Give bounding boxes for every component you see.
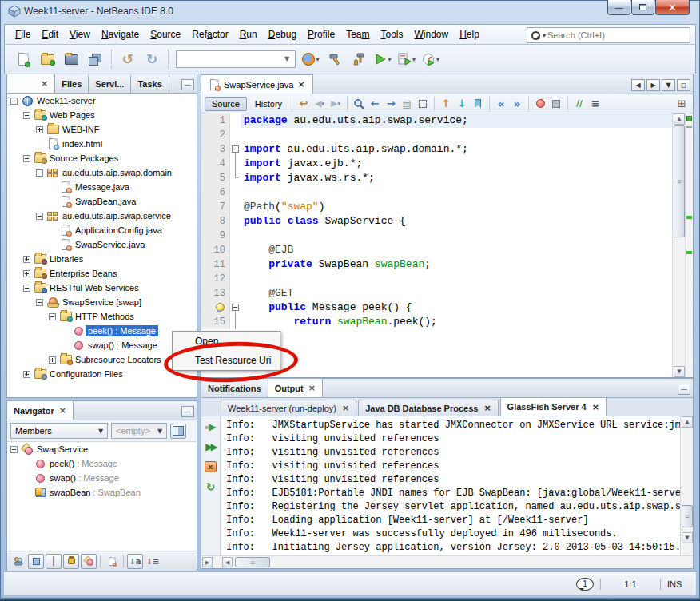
search-dropdown-icon[interactable]: ▾ bbox=[543, 32, 546, 39]
scroll-up-icon[interactable]: ▲ bbox=[674, 113, 685, 125]
new-project-button[interactable] bbox=[36, 48, 58, 70]
tree-item-configuration-files[interactable]: Configuration Files bbox=[7, 367, 197, 381]
server-start-button[interactable]: ■▶ bbox=[204, 420, 218, 434]
find-button[interactable] bbox=[351, 96, 367, 112]
open-project-button[interactable] bbox=[60, 48, 82, 70]
expand-icon[interactable] bbox=[20, 371, 33, 378]
tree-item-swap[interactable]: swap() : Message bbox=[7, 471, 197, 485]
build-button[interactable] bbox=[324, 48, 346, 70]
tree-item-web-inf[interactable]: WEB-INF bbox=[7, 122, 197, 137]
quick-search[interactable]: ▾ bbox=[527, 27, 690, 43]
macro-record-button[interactable] bbox=[532, 96, 548, 112]
output-log[interactable]: Info: JMXStartupService has started JMXC… bbox=[221, 416, 680, 555]
menu-tools[interactable]: Tools bbox=[375, 26, 408, 42]
configuration-combo[interactable]: ▼ bbox=[176, 50, 296, 68]
collapse-icon[interactable] bbox=[20, 112, 33, 119]
sort-source-button[interactable]: ↓≡ bbox=[145, 554, 161, 569]
tree-item-peek[interactable]: peek() : Message bbox=[7, 456, 197, 471]
source-view-button[interactable]: Source bbox=[205, 97, 247, 111]
bookmark-prev-button[interactable]: ↑ bbox=[438, 96, 454, 112]
editor-vscrollbar[interactable]: ▲ ▼ bbox=[672, 113, 685, 377]
code-line-2[interactable]: 2 bbox=[201, 128, 672, 142]
output-hscrollbar[interactable]: ◀ ▶ bbox=[201, 555, 693, 568]
collapse-icon[interactable] bbox=[20, 285, 33, 292]
tree-item-http-methods[interactable]: HTTP Methods bbox=[7, 309, 197, 324]
tab-projects[interactable]: × bbox=[7, 74, 55, 93]
tree-item-enterprise-beans[interactable]: Enterprise Beans bbox=[7, 266, 197, 281]
tree-item-swap-message[interactable]: swap() : Message bbox=[7, 338, 197, 352]
debug-button[interactable]: ▾ bbox=[396, 48, 418, 70]
collapse-icon[interactable] bbox=[7, 98, 20, 105]
tab-navigator[interactable]: Navigator × bbox=[7, 400, 74, 420]
tree-item-source-packages[interactable]: Source Packages bbox=[7, 151, 197, 165]
menu-file[interactable]: File bbox=[10, 26, 36, 42]
menu-navigate[interactable]: Navigate bbox=[96, 26, 145, 42]
scroll-left-icon[interactable]: ◀ bbox=[222, 557, 233, 567]
expand-icon[interactable] bbox=[20, 270, 33, 277]
scroll-thumb[interactable] bbox=[682, 505, 693, 527]
tree-item-swapservice[interactable]: SwapService bbox=[7, 442, 197, 456]
titlebar[interactable]: Week11-server - NetBeans IDE 8.0 — ✕ bbox=[0, 0, 700, 24]
restore-button[interactable] bbox=[631, 0, 654, 15]
browser-button[interactable]: ▾ bbox=[300, 48, 322, 70]
code-line-12[interactable]: 12 bbox=[201, 272, 672, 286]
save-all-button[interactable] bbox=[84, 48, 106, 70]
output-tab-glassfish-server-4[interactable]: GlassFish Server 4× bbox=[500, 397, 607, 416]
run-button[interactable]: ▾ bbox=[372, 48, 394, 70]
show-other-button[interactable] bbox=[81, 554, 97, 569]
tab-notifications[interactable]: Notifications bbox=[201, 380, 268, 397]
code-line-11[interactable]: 11 private SwapBean swapBean; bbox=[201, 257, 672, 272]
code-line-7[interactable]: 7@Path("swap") bbox=[201, 200, 672, 214]
collapse-icon[interactable] bbox=[7, 446, 20, 453]
forward-button[interactable]: ▶▾ bbox=[328, 96, 344, 112]
show-statics-button[interactable]: | bbox=[46, 554, 62, 569]
show-inherited-button[interactable] bbox=[10, 554, 26, 569]
new-file-button[interactable] bbox=[12, 48, 34, 70]
find-prev-button[interactable]: ← bbox=[367, 96, 383, 112]
close-icon[interactable]: × bbox=[59, 405, 66, 416]
collapse-icon[interactable] bbox=[20, 155, 33, 162]
context-menu-item-test-resource-uri[interactable]: Test Resource Uri bbox=[173, 351, 280, 370]
comment-button[interactable]: // bbox=[571, 96, 587, 112]
server-stop-button[interactable]: x bbox=[204, 460, 218, 474]
tree-item-applicationconfig-java[interactable]: ApplicationConfig.java bbox=[7, 223, 197, 237]
tree-item-restful-web-services[interactable]: RESTful Web Services bbox=[7, 281, 197, 295]
output-tab-java-db-database-process[interactable]: Java DB Database Process× bbox=[358, 400, 498, 416]
tree-item-au-edu-uts-aip-swap-service[interactable]: au.edu.uts.aip.swap.service bbox=[7, 209, 197, 223]
back-button[interactable]: ◀▾ bbox=[312, 96, 328, 112]
close-icon[interactable]: × bbox=[592, 402, 599, 412]
highlight-button[interactable]: ▤ bbox=[399, 96, 415, 112]
tab-files[interactable]: Files bbox=[55, 75, 89, 93]
tab-services[interactable]: Servi... bbox=[89, 75, 131, 93]
minimize-panel-button[interactable]: — bbox=[678, 384, 690, 395]
bookmark-toggle-button[interactable] bbox=[470, 96, 486, 112]
tree-item-message-java[interactable]: Message.java bbox=[7, 180, 197, 194]
menu-profile[interactable]: Profile bbox=[302, 26, 340, 42]
scroll-thumb[interactable] bbox=[235, 557, 270, 567]
code-line-13[interactable]: 13 @GET bbox=[201, 286, 672, 300]
collapse-icon[interactable] bbox=[46, 313, 58, 320]
code-line-6[interactable]: 6 bbox=[201, 185, 672, 200]
tab-tasks[interactable]: Tasks bbox=[131, 75, 169, 93]
scroll-down-icon[interactable]: ▼ bbox=[682, 532, 693, 543]
shift-right-button[interactable]: » bbox=[509, 96, 525, 112]
tab-output[interactable]: Output× bbox=[268, 378, 323, 397]
minimize-button[interactable]: — bbox=[607, 0, 630, 15]
menu-refactor[interactable]: Refactor bbox=[186, 26, 233, 42]
history-view-button[interactable]: History bbox=[249, 98, 288, 110]
bookmark-next-button[interactable]: ↓ bbox=[454, 96, 470, 112]
tree-item-swapbean-java[interactable]: SwapBean.java bbox=[7, 194, 197, 209]
code-line-8[interactable]: 8public class SwapService { bbox=[201, 214, 672, 229]
minimize-panel-button[interactable]: — bbox=[181, 79, 194, 90]
redo-button[interactable]: ↻ bbox=[141, 48, 163, 70]
server-refresh-button[interactable]: ↻ bbox=[204, 480, 218, 494]
close-icon[interactable]: × bbox=[483, 403, 491, 413]
output-vscrollbar[interactable]: ▲ ▼ bbox=[680, 416, 693, 555]
menu-team[interactable]: Team bbox=[340, 26, 375, 42]
code-line-15[interactable]: 15 return swapBean.peek(); bbox=[201, 315, 672, 329]
tree-item-swapservice-swap[interactable]: SwapService [swap] bbox=[7, 295, 197, 309]
tab-list-dropdown-button[interactable]: ▼ bbox=[662, 79, 675, 91]
menu-debug[interactable]: Debug bbox=[263, 26, 302, 42]
expand-icon[interactable] bbox=[20, 256, 33, 263]
tab-swapservice-java[interactable]: SwapService.java × bbox=[201, 74, 313, 94]
